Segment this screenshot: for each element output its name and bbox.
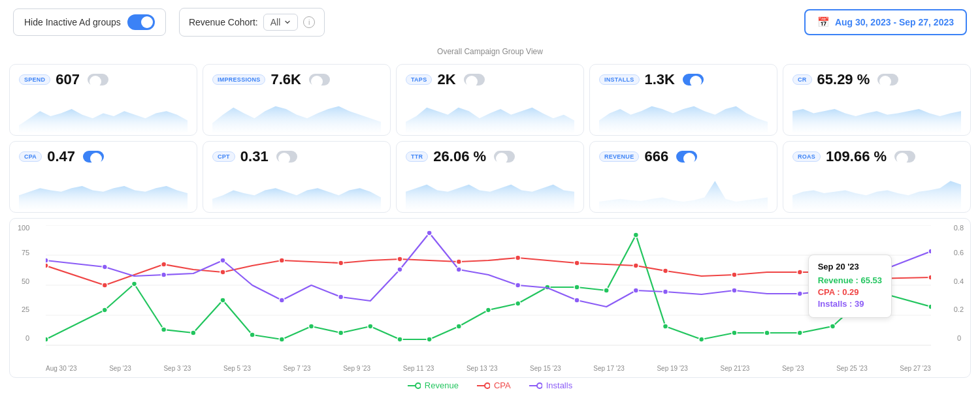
y-axis-left-50: 50 <box>22 277 29 285</box>
svg-point-43 <box>633 263 638 268</box>
svg-point-50 <box>102 264 107 270</box>
hide-inactive-label: Hide Inactive Ad groups <box>24 17 121 27</box>
metric-badge-roas: ROAS <box>792 151 821 162</box>
svg-point-69 <box>485 383 490 388</box>
svg-point-9 <box>191 330 196 335</box>
svg-point-37 <box>279 258 284 263</box>
metric-toggle-cr[interactable] <box>877 74 898 85</box>
y-axis-right-08: 0.8 <box>954 224 964 232</box>
metric-value-impressions: 7.6K <box>270 71 301 88</box>
metric-toggle-installs[interactable] <box>683 74 704 85</box>
revenue-cohort-select[interactable]: All <box>263 14 299 31</box>
metric-header-cr: CR 65.29 % <box>792 71 961 88</box>
svg-point-28 <box>764 330 770 335</box>
metric-header-roas: ROAS 109.66 % <box>792 148 961 165</box>
svg-point-51 <box>161 272 167 277</box>
metric-chart-revenue <box>599 170 768 210</box>
svg-point-26 <box>699 337 704 342</box>
svg-point-41 <box>515 255 521 260</box>
metric-header-ttr: TTR 26.06 % <box>406 148 574 165</box>
metric-toggle-revenue[interactable] <box>676 151 697 163</box>
metric-badge-cr: CR <box>792 74 812 85</box>
svg-point-27 <box>732 330 737 335</box>
metric-chart-taps <box>406 93 574 132</box>
metric-chart-cpa <box>19 170 188 210</box>
metric-chart-ttr <box>406 170 574 210</box>
metric-badge-impressions: IMPRESSIONS <box>212 74 265 85</box>
svg-point-49 <box>46 258 48 263</box>
legend-installs-label: Installs <box>546 381 572 390</box>
metric-toggle-taps[interactable] <box>464 74 485 85</box>
metric-value-roas: 109.66 % <box>826 148 887 165</box>
metric-toggle-impressions[interactable] <box>309 74 330 85</box>
info-icon[interactable]: i <box>303 16 315 28</box>
metrics-grid: SPEND 607 IMPRESSIONS 7.6K <box>0 61 980 215</box>
metric-value-cr: 65.29 % <box>817 71 870 88</box>
legend-cpa: CPA <box>477 381 511 390</box>
metric-chart-cr <box>792 93 961 132</box>
toolbar: Hide Inactive Ad groups Revenue Cohort: … <box>0 0 980 44</box>
svg-point-13 <box>308 324 314 329</box>
svg-point-60 <box>633 288 638 293</box>
metric-badge-spend: SPEND <box>19 74 50 85</box>
metric-toggle-spend[interactable] <box>88 74 108 85</box>
svg-point-15 <box>368 324 373 329</box>
tooltip-installs-label: Installs : <box>818 299 855 309</box>
svg-point-19 <box>485 307 491 313</box>
x-label-4: Sep 7 '23 <box>284 365 311 372</box>
metric-card-cr: CR 65.29 % <box>783 64 971 136</box>
svg-point-38 <box>338 260 344 266</box>
date-range-button[interactable]: 📅 Aug 30, 2023 - Sep 27, 2023 <box>804 9 967 35</box>
metric-card-installs: INSTALLS 1.3K <box>589 64 777 136</box>
x-label-14: Sep 27 '23 <box>900 365 931 372</box>
hide-inactive-toggle[interactable] <box>127 14 155 30</box>
y-axis-right-06: 0.6 <box>954 249 964 256</box>
svg-point-23 <box>604 288 609 293</box>
svg-point-11 <box>250 332 255 337</box>
svg-point-63 <box>797 291 802 296</box>
svg-point-5 <box>46 337 48 342</box>
campaign-group-label: Overall Campaign Group View <box>0 44 980 61</box>
metric-toggle-ttr[interactable] <box>494 151 515 163</box>
svg-point-24 <box>633 232 638 238</box>
calendar-icon: 📅 <box>817 16 830 28</box>
metric-value-taps: 2K <box>437 71 455 88</box>
svg-point-16 <box>397 337 402 342</box>
metric-card-spend: SPEND 607 <box>9 64 197 136</box>
x-axis-labels: Aug 30 '23 Sep '23 Sep 3 '23 Sep 5 '23 S… <box>46 365 931 372</box>
svg-point-40 <box>456 259 461 264</box>
metric-badge-revenue: REVENUE <box>599 151 639 162</box>
svg-point-33 <box>46 263 48 268</box>
metric-card-impressions: IMPRESSIONS 7.6K <box>203 64 391 136</box>
date-range-label: Aug 30, 2023 - Sep 27, 2023 <box>835 17 954 27</box>
metric-card-roas: ROAS 109.66 % <box>783 141 971 213</box>
metric-card-revenue: REVENUE 666 <box>589 141 777 213</box>
metric-badge-ttr: TTR <box>406 151 428 162</box>
svg-point-52 <box>220 258 225 263</box>
metric-badge-taps: TAPS <box>406 74 432 85</box>
svg-point-35 <box>161 262 167 267</box>
svg-point-10 <box>220 298 225 303</box>
chart-container: 100 75 50 25 0 0.8 0.6 0.4 0.2 0 <box>9 218 971 378</box>
metric-toggle-cpa[interactable] <box>83 151 104 163</box>
metric-toggle-roas[interactable] <box>894 151 915 163</box>
svg-point-17 <box>427 337 432 342</box>
legend-revenue-line-icon <box>408 382 421 389</box>
svg-point-34 <box>102 283 107 288</box>
metric-toggle-cpt[interactable] <box>276 151 297 163</box>
svg-point-59 <box>574 298 580 303</box>
metric-chart-roas <box>792 170 961 210</box>
svg-point-56 <box>427 230 432 236</box>
tooltip-installs-value: 39 <box>855 299 864 309</box>
svg-point-65 <box>928 249 931 254</box>
metric-chart-installs <box>599 93 768 132</box>
metric-header-cpt: CPT 0.31 <box>212 148 381 165</box>
metric-header-taps: TAPS 2K <box>406 71 574 88</box>
legend-cpa-label: CPA <box>494 381 511 390</box>
y-axis-right-02: 0.2 <box>954 305 964 313</box>
svg-point-42 <box>574 260 580 266</box>
svg-point-45 <box>732 272 737 277</box>
metric-header-cpa: CPA 0.47 <box>19 148 188 165</box>
svg-point-48 <box>928 275 931 280</box>
svg-point-58 <box>515 283 521 288</box>
